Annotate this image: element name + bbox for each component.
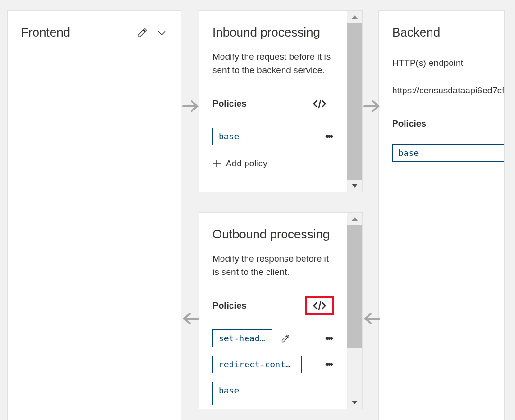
pencil-icon[interactable] xyxy=(281,334,290,343)
code-editor-icon[interactable] xyxy=(305,296,334,315)
arrow-right-icon xyxy=(182,99,199,114)
policy-chip-base[interactable]: base xyxy=(392,144,504,162)
scroll-up-icon[interactable] xyxy=(347,213,362,225)
scroll-down-icon[interactable] xyxy=(347,180,362,192)
backend-panel: Backend HTTP(s) endpoint https://censusd… xyxy=(378,10,505,420)
outbound-title: Outbound processing xyxy=(212,227,334,242)
pencil-icon[interactable] xyxy=(137,27,147,38)
inbound-title: Inbound processing xyxy=(212,25,334,40)
plus-icon xyxy=(212,159,221,168)
arrow-left-icon xyxy=(363,311,380,326)
scrollbar[interactable] xyxy=(347,213,362,409)
backend-policies-label: Policies xyxy=(392,119,504,129)
svg-marker-3 xyxy=(352,15,358,19)
backend-title: Backend xyxy=(392,25,504,40)
scroll-up-icon[interactable] xyxy=(347,11,362,23)
more-icon[interactable]: ••• xyxy=(325,358,334,371)
chevron-down-icon[interactable] xyxy=(156,27,167,38)
svg-marker-6 xyxy=(352,217,358,221)
svg-line-0 xyxy=(319,100,321,108)
inbound-policies-label: Policies xyxy=(212,99,247,109)
inbound-description: Modify the request before it is sent to … xyxy=(212,50,334,76)
svg-marker-7 xyxy=(352,401,358,404)
scrollbar[interactable] xyxy=(347,11,362,192)
code-editor-icon[interactable] xyxy=(305,94,334,113)
arrow-right-icon xyxy=(363,99,380,114)
outbound-panel: Outbound processing Modify the response … xyxy=(199,212,363,409)
add-policy-label: Add policy xyxy=(226,158,267,169)
policy-chip-set-header[interactable]: set-head… xyxy=(212,329,272,347)
svg-line-5 xyxy=(319,302,321,310)
scroll-thumb[interactable] xyxy=(347,23,362,180)
inbound-panel: Inbound processing Modify the request be… xyxy=(199,10,363,192)
arrow-left-icon xyxy=(182,311,199,326)
scroll-thumb[interactable] xyxy=(347,225,362,348)
svg-marker-4 xyxy=(352,184,358,188)
backend-endpoint-url: https://censusdataapi6ed7cff3 xyxy=(392,85,504,96)
more-icon[interactable]: ••• xyxy=(325,332,334,345)
scroll-down-icon[interactable] xyxy=(347,396,362,409)
frontend-panel: Frontend xyxy=(7,10,181,420)
backend-endpoint-label: HTTP(s) endpoint xyxy=(392,58,504,68)
outbound-description: Modify the response before it is sent to… xyxy=(212,252,334,278)
outbound-policies-label: Policies xyxy=(212,301,247,311)
more-icon[interactable]: ••• xyxy=(325,130,334,143)
add-policy-button[interactable]: Add policy xyxy=(212,158,334,169)
policy-chip-base[interactable]: base xyxy=(212,382,245,405)
frontend-title: Frontend xyxy=(21,25,70,40)
policy-chip-redirect[interactable]: redirect-conte… xyxy=(212,356,302,373)
policy-chip-base[interactable]: base xyxy=(212,128,245,145)
